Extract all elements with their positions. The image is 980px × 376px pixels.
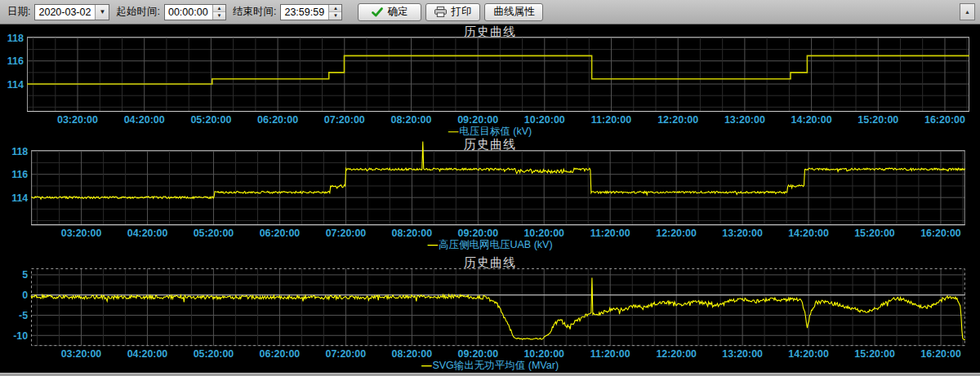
y-tick-label: 114 <box>11 192 28 204</box>
x-tick-label: 16:20:00 <box>920 228 961 239</box>
chart-plot: 50-5-1003:20:0004:20:0005:20:0006:20:000… <box>0 268 980 360</box>
spinner-buttons: ▲ ▼ <box>328 5 341 20</box>
x-tick-label: 12:20:00 <box>657 114 698 126</box>
spinner-down-icon[interactable]: ▼ <box>213 12 225 20</box>
x-tick-label: 10:20:00 <box>523 228 564 239</box>
spinner-up-icon[interactable]: ▲ <box>213 5 225 13</box>
x-tick-label: 05:20:00 <box>194 228 234 239</box>
x-tick-label: 04:20:00 <box>124 114 165 126</box>
x-tick-label: 11:20:00 <box>590 228 630 239</box>
legend-line-sample: — <box>421 360 432 371</box>
window-bottom-edge <box>0 373 980 376</box>
x-tick-label: 16:20:00 <box>924 114 965 126</box>
legend-line-sample: — <box>448 126 459 137</box>
ok-button[interactable]: 确定 <box>358 3 421 21</box>
end-time-spinbox[interactable]: 23:59:59 ▲ ▼ <box>280 4 342 20</box>
end-time-label: 结束时间: <box>233 5 276 19</box>
x-tick-label: 03:20:00 <box>61 348 102 360</box>
x-tick-label: 04:20:00 <box>127 348 168 360</box>
x-tick-label: 08:20:00 <box>392 228 433 239</box>
x-tick-label: 05:20:00 <box>194 348 234 360</box>
start-time-label: 起始时间: <box>116 5 159 19</box>
x-tick-label: 13:20:00 <box>724 114 765 126</box>
x-tick-label: 08:20:00 <box>390 114 431 126</box>
grid-voltage-chart-panel: 历史曲线 11811611403:20:0004:20:0005:20:0006… <box>0 137 980 250</box>
x-tick-label: 13:20:00 <box>722 348 763 360</box>
printer-icon <box>434 7 447 17</box>
legend-label: 电压目标值 (kV) <box>459 126 532 137</box>
toolbar-overflow-button[interactable]: ▲ <box>960 3 975 20</box>
target-voltage-chart-panel: 历史曲线 11811611403:20:0004:20:0005:20:0006… <box>0 24 980 137</box>
green-check-icon <box>372 7 383 17</box>
x-tick-label: 15:20:00 <box>858 114 898 126</box>
curve-properties-button[interactable]: 曲线属性 <box>484 3 543 21</box>
x-tick-label: 15:20:00 <box>854 228 895 239</box>
chart-plot: 11811611403:20:0004:20:0005:20:0006:20:0… <box>0 37 980 126</box>
x-tick-label: 11:20:00 <box>590 348 630 360</box>
chart-legend: —电压目标值 (kV) <box>0 126 980 137</box>
y-tick-label: -5 <box>19 310 28 321</box>
x-tick-label: 05:20:00 <box>190 114 231 126</box>
x-tick-label: 03:20:00 <box>61 228 102 239</box>
start-time-value: 00:00:00 <box>165 5 212 20</box>
y-tick-label: 5 <box>22 269 28 281</box>
series-line <box>31 277 965 339</box>
y-tick-label: 116 <box>7 55 24 67</box>
chart-title: 历史曲线 <box>0 137 980 150</box>
legend-label: 高压侧电网电压UAB (kV) <box>439 239 553 250</box>
start-time-spinbox[interactable]: 00:00:00 ▲ ▼ <box>164 4 226 20</box>
x-tick-label: 12:20:00 <box>656 348 697 360</box>
y-tick-label: 114 <box>7 79 24 91</box>
chart-legend: —SVG输出无功平均值 (MVar) <box>0 360 980 371</box>
x-tick-label: 15:20:00 <box>854 348 895 360</box>
x-tick-label: 12:20:00 <box>656 228 697 239</box>
chart-legend: —高压侧电网电压UAB (kV) <box>0 239 980 250</box>
print-button[interactable]: 打印 <box>425 3 480 21</box>
toolbar: 日期: 2020-03-02 ▼ 起始时间: 00:00:00 ▲ ▼ 结束时间… <box>0 0 980 24</box>
x-tick-label: 11:20:00 <box>591 114 631 126</box>
y-tick-label: 118 <box>11 146 28 157</box>
x-tick-label: 09:20:00 <box>458 228 499 239</box>
x-tick-label: 16:20:00 <box>920 348 961 360</box>
x-tick-label: 14:20:00 <box>788 228 829 239</box>
x-tick-label: 04:20:00 <box>127 228 168 239</box>
chart-plot: 11811611403:20:0004:20:0005:20:0006:20:0… <box>0 150 980 239</box>
x-tick-label: 09:20:00 <box>458 348 499 360</box>
series-line <box>27 55 969 84</box>
x-tick-label: 13:20:00 <box>722 228 763 239</box>
x-tick-label: 06:20:00 <box>257 114 298 126</box>
y-tick-label: -10 <box>13 330 28 342</box>
spinner-down-icon[interactable]: ▼ <box>329 12 341 20</box>
x-tick-label: 14:20:00 <box>788 348 829 360</box>
date-value: 2020-03-02 <box>35 5 95 20</box>
x-tick-label: 10:20:00 <box>523 348 564 360</box>
y-tick-label: 0 <box>22 290 28 301</box>
x-tick-label: 07:20:00 <box>324 114 365 126</box>
date-combobox[interactable]: 2020-03-02 ▼ <box>34 4 109 20</box>
x-tick-label: 14:20:00 <box>791 114 832 126</box>
chart-title: 历史曲线 <box>0 24 980 37</box>
toolbar-overflow-icon: ▲ <box>964 9 970 15</box>
svg-reactive-power-chart-panel: 历史曲线 50-5-1003:20:0004:20:0005:20:0006:2… <box>0 250 980 374</box>
plot-border <box>28 38 969 112</box>
end-time-value: 23:59:59 <box>281 5 328 20</box>
spinner-up-icon[interactable]: ▲ <box>329 5 341 13</box>
spinner-buttons: ▲ ▼ <box>212 5 225 20</box>
date-label: 日期: <box>7 5 30 19</box>
x-tick-label: 06:20:00 <box>260 228 301 239</box>
legend-line-sample: — <box>427 239 438 250</box>
x-tick-label: 06:20:00 <box>260 348 301 360</box>
legend-label: SVG输出无功平均值 (MVar) <box>432 360 559 371</box>
x-tick-label: 10:20:00 <box>524 114 565 126</box>
x-tick-label: 07:20:00 <box>326 228 367 239</box>
y-tick-label: 116 <box>11 169 28 180</box>
x-tick-label: 07:20:00 <box>326 348 367 360</box>
history-curve-window: 日期: 2020-03-02 ▼ 起始时间: 00:00:00 ▲ ▼ 结束时间… <box>0 0 980 376</box>
x-tick-label: 03:20:00 <box>57 114 98 126</box>
plot-border <box>32 150 965 224</box>
y-tick-label: 118 <box>7 33 24 44</box>
chart-title: 历史曲线 <box>0 250 980 268</box>
x-tick-label: 08:20:00 <box>392 348 433 360</box>
x-tick-label: 09:20:00 <box>457 114 498 126</box>
dropdown-arrow-icon[interactable]: ▼ <box>95 5 109 20</box>
